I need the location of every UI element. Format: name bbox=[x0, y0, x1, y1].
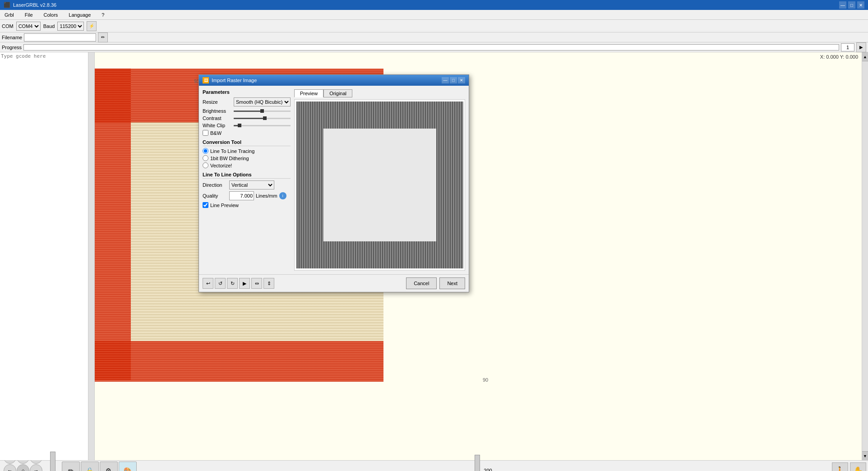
cancel-button[interactable]: Cancel bbox=[406, 277, 437, 289]
line-options-title: Line To Line Options bbox=[203, 172, 291, 179]
connect-button[interactable]: ⚡ bbox=[87, 21, 97, 31]
preview-panel: Preview Original bbox=[294, 89, 465, 271]
axis-label-90: 90 bbox=[483, 377, 488, 383]
title-text: LaserGRBL v2.8.36 bbox=[13, 2, 56, 8]
quality-info-button[interactable]: i bbox=[279, 192, 286, 199]
tab-original[interactable]: Original bbox=[323, 89, 352, 97]
menu-language[interactable]: Language bbox=[66, 11, 93, 18]
menu-help[interactable]: ? bbox=[99, 11, 107, 18]
next-button[interactable]: Next bbox=[439, 277, 465, 289]
modal-footer: ↩ ↺ ↻ ▶ ⇔ ⇕ Cancel Next bbox=[199, 274, 469, 292]
params-panel: Parameters Resize Smooth (HQ Bicubic) No… bbox=[203, 89, 291, 271]
settings-button[interactable]: ⚙ bbox=[100, 462, 118, 471]
contrast-label: Contrast bbox=[203, 115, 232, 121]
resize-row: Resize Smooth (HQ Bicubic) None Bilinear bbox=[203, 97, 291, 106]
progress-label: Progress bbox=[2, 45, 22, 50]
modal-minimize-button[interactable]: — bbox=[442, 77, 449, 83]
modal-title-bar: 🖼 Import Raster Image — □ ✕ bbox=[199, 75, 469, 86]
modal-title-icon: 🖼 bbox=[203, 77, 209, 83]
filename-row: Filename square-outline-512.jpg ✏ bbox=[0, 32, 868, 42]
rotate-right-button[interactable]: ↻ bbox=[227, 278, 238, 289]
filename-input[interactable]: square-outline-512.jpg bbox=[24, 33, 96, 42]
quality-row: Quality 7.000 Lines/mm i bbox=[203, 191, 291, 200]
line-preview-row: Line Preview bbox=[203, 202, 291, 208]
com-label: COM bbox=[2, 23, 14, 29]
title-bar: ⬛ LaserGRBL v2.8.36 — □ ✕ bbox=[0, 0, 868, 10]
baud-select[interactable]: 115200 bbox=[57, 22, 84, 31]
preview-tabs: Preview Original bbox=[294, 89, 465, 97]
radio-vectorize-row: Vectorize! bbox=[203, 162, 291, 168]
line-preview-label: Line Preview bbox=[210, 203, 239, 208]
coord-display: X: 0.000 Y: 0.000 bbox=[820, 54, 858, 60]
bw-checkbox[interactable] bbox=[203, 130, 208, 136]
tab-preview[interactable]: Preview bbox=[294, 89, 323, 97]
radio-vectorize[interactable] bbox=[203, 162, 208, 168]
quality-input[interactable]: 7.000 bbox=[229, 191, 254, 200]
radio-line-tracing-label: Line To Line Tracing bbox=[210, 148, 254, 154]
bottom-toolbar: ↖ ↑ ↗ ← ⌂ → ↙ ↓ ↘ F40 ✏ 🔒 ⚙ 🎨 200 🚶 ✋ bbox=[0, 460, 868, 471]
whiteclip-label: White Clip bbox=[203, 123, 232, 128]
bw-label: B&W bbox=[210, 130, 222, 136]
trace-button[interactable]: ✏ bbox=[62, 462, 80, 471]
left-sidebar bbox=[0, 52, 95, 460]
walk-button[interactable]: 🚶 bbox=[832, 462, 848, 471]
line-preview-checkbox[interactable] bbox=[203, 202, 208, 208]
whiteclip-slider[interactable] bbox=[234, 125, 291, 126]
nav-left[interactable]: ← bbox=[4, 464, 16, 471]
undo-button[interactable]: ↩ bbox=[203, 278, 213, 289]
contrast-slider[interactable] bbox=[234, 118, 291, 119]
progress-row: Progress 1 ▶ bbox=[0, 42, 868, 52]
direction-row: Direction Vertical Horizontal Diagonal bbox=[203, 180, 291, 189]
mirror-button[interactable]: ⇔ bbox=[251, 278, 262, 289]
modal-action-buttons: Cancel Next bbox=[406, 277, 465, 289]
radio-line-tracing[interactable] bbox=[203, 148, 208, 154]
zoom-slider2[interactable] bbox=[475, 455, 480, 471]
radio-vectorize-label: Vectorize! bbox=[210, 163, 232, 168]
resize-select[interactable]: Smooth (HQ Bicubic) None Bilinear bbox=[234, 97, 291, 106]
scroll-up-btn[interactable]: ▲ bbox=[862, 52, 868, 61]
whiteclip-row: White Clip bbox=[203, 123, 291, 128]
flip-button[interactable]: ⇕ bbox=[263, 278, 274, 289]
bw-checkbox-row: B&W bbox=[203, 130, 291, 136]
brightness-slider[interactable] bbox=[234, 111, 291, 112]
red-block-left bbox=[95, 69, 131, 380]
app-icon: ⬛ bbox=[4, 2, 10, 8]
rotate-left-button[interactable]: ↺ bbox=[215, 278, 226, 289]
modal-close-button[interactable]: ✕ bbox=[458, 77, 465, 83]
resize-label: Resize bbox=[203, 99, 232, 105]
maximize-button[interactable]: □ bbox=[848, 1, 855, 9]
com-select[interactable]: COM4 bbox=[16, 22, 41, 31]
brightness-label: Brightness bbox=[203, 108, 232, 114]
progress-value[interactable]: 1 bbox=[841, 43, 854, 51]
color-button[interactable]: 🎨 bbox=[119, 462, 137, 471]
brightness-handle[interactable] bbox=[260, 109, 264, 113]
nav-right[interactable]: → bbox=[30, 464, 42, 471]
zoom-slider-vertical[interactable] bbox=[50, 452, 55, 471]
right-scrollbar[interactable]: ▲ ▼ bbox=[862, 52, 868, 460]
brightness-row: Brightness bbox=[203, 108, 291, 114]
zoom-value-label: 200 bbox=[484, 468, 492, 471]
contrast-handle[interactable] bbox=[263, 116, 267, 120]
modal-maximize-button[interactable]: □ bbox=[450, 77, 457, 83]
contrast-fill bbox=[234, 118, 265, 119]
gcode-textarea[interactable] bbox=[0, 52, 88, 460]
menu-colors[interactable]: Colors bbox=[41, 11, 61, 18]
sidebar-scrollbar[interactable] bbox=[88, 52, 94, 460]
radio-line-tracing-row: Line To Line Tracing bbox=[203, 148, 291, 154]
menu-bar: Grbl File Colors Language ? bbox=[0, 10, 868, 20]
hand-button[interactable]: ✋ bbox=[850, 462, 866, 471]
direction-select[interactable]: Vertical Horizontal Diagonal bbox=[229, 180, 274, 189]
play-button[interactable]: ▶ bbox=[239, 278, 250, 289]
radio-1bit[interactable] bbox=[203, 155, 208, 161]
whiteclip-handle[interactable] bbox=[238, 124, 241, 127]
nav-center[interactable]: ⌂ bbox=[17, 464, 29, 471]
minimize-button[interactable]: — bbox=[839, 1, 846, 9]
menu-file[interactable]: File bbox=[22, 11, 36, 18]
menu-grbl[interactable]: Grbl bbox=[2, 11, 17, 18]
progress-play-button[interactable]: ▶ bbox=[856, 42, 866, 52]
close-button[interactable]: ✕ bbox=[857, 1, 864, 9]
lock-button[interactable]: 🔒 bbox=[81, 462, 99, 471]
radio-1bit-label: 1bit BW Dithering bbox=[210, 156, 249, 161]
filename-edit-button[interactable]: ✏ bbox=[98, 32, 108, 42]
scroll-down-btn[interactable]: ▼ bbox=[862, 451, 868, 460]
